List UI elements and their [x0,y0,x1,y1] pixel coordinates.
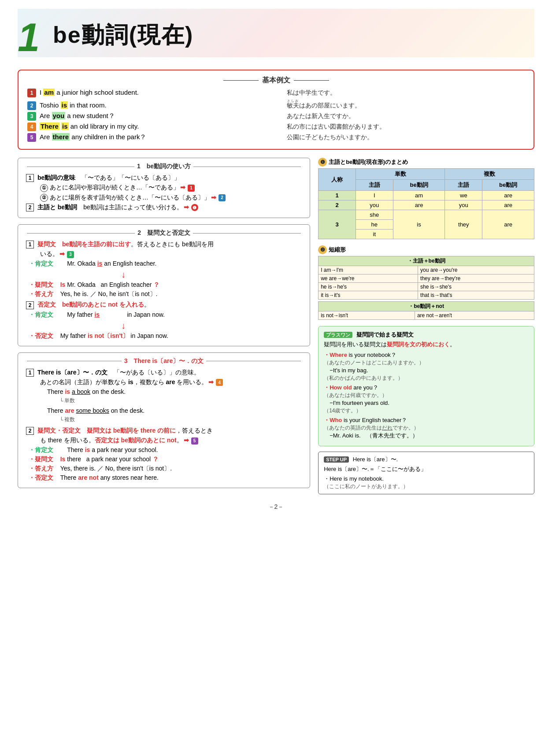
gimon3-line: ・疑問文 Is there a park near your school ？ [24,456,304,463]
s2-item1: 1 疑問文 be動詞を主語の前に出す。答えるときにも be動詞を用 [24,241,304,248]
th-be-s: be動詞 [393,180,445,191]
s2-item1-cont: いる。➡3 [24,250,304,258]
kihon-num-1: 1 [27,89,36,97]
s2-hitei-desc: be動詞のあとに not を入れる [62,301,144,308]
arrow-2: ➡ [211,194,216,201]
plus-q-howold: ・How old are you？ [324,384,529,392]
is-highlight2: is [94,311,100,318]
is-highlight: is [97,260,103,267]
arrow-s3-2: ➡ [184,437,189,444]
kotae-label: ・答え方 [29,290,53,297]
books-underline: some books [76,407,109,414]
be-2s: are [393,200,445,210]
section3-title: 3 There is〔are〕〜．の文 [24,357,304,365]
table1-title-text: 主語とbe動詞(現在形)のまとめ [329,158,408,166]
arrow-s3-1: ➡ [208,378,214,385]
highlight-am: am [43,89,55,96]
short-cell-4a: it is→it's [319,291,418,300]
kotei-line: ・肯定文 Mr. Okada is an English teacher. [24,260,304,268]
plus-one-box: プラスワン 疑問詞で始まる疑問文 疑問詞を用いる疑問文は疑問詞を文の初めにおく。… [318,326,534,446]
highlight-there2: there [52,133,70,141]
section1-title: 1 be動詞の使い方 [24,163,304,170]
s2-item2: 2 否定文 be動詞のあとに not を入れる。 [24,301,304,309]
subj-3p: they [445,210,482,239]
arrow-3: ➡ [184,204,189,211]
plus-desc-highlight: 疑問詞を文の初めにおく [387,341,450,348]
plus-q-who-jp: （あなたの英語の先生はだれですか。） [324,424,529,432]
left-column: 1 be動詞の使い方 1 be動詞の意味 「〜である」「〜にいる〔ある〕」 ①あ… [18,158,310,494]
short-form-table: ・主語＋be動詞 I am→I'm you are→you're we are→… [318,256,534,300]
plus-a-who: −Mr. Aoki is. （青木先生です。） [324,432,529,440]
sq-2: 2 [26,204,34,211]
hitei3-line: ・否定文 There are not any stores near here. [24,474,304,482]
plus-a-where: −It's in my bag. [324,367,529,374]
plus-item-howold: ・How old are you？ （あなたは何歳ですか。） −I'm four… [324,384,529,415]
ref-4: 4 [216,379,223,386]
qmark1: ？ [153,281,159,288]
plus-q-howold-jp: （あなたは何歳ですか。） [324,392,529,399]
are-not3: are not [78,474,99,481]
subj-he: he [356,220,393,230]
be-2p: are [482,200,534,210]
plus-one-desc: 疑問詞を用いる疑問文は疑問詞を文の初めにおく。 [324,341,529,348]
circle-2: ② [40,194,48,202]
section2-box: 2 疑問文と否定文 1 疑問文 be動詞を主語の前に出す。答えるときにも be動… [18,224,310,346]
ref-1: 1 [188,185,195,192]
circle-filled-2: ❷ [318,245,327,254]
short-not-row: is not→isn't are not→aren't [319,311,534,320]
s3-ex2: There are some books on the desk. [24,407,304,414]
s3-desc2: 疑問文は be動詞を there の前に [87,427,176,434]
kotei3-line: ・肯定文 There is a park near your school. [24,446,304,454]
person-3: 3 [319,210,356,239]
arrow-plural: └ [59,417,63,423]
subj-2p: you [445,200,482,210]
be-3s: is [393,210,445,239]
step-up-header: STEP UP Here is〔are〕〜. [324,456,529,463]
s3-item2-cont: も there を用いる。否定文は be動詞のあとに not。➡5 [24,437,304,445]
chapter-header: 1 be動詞(現在) [18,9,534,62]
howold-word: ・How old [324,384,352,391]
step-up-example-jp: （ここに私のノートがあります。） [324,483,529,490]
chapter-number: 1 [18,18,40,57]
kihon-en-4: There is an old library in my city. [40,122,278,130]
table-row-2: 2 you are you are [319,200,534,210]
kihon-jp-2: 敏夫としおはあの部屋にいます。 [278,99,525,110]
hitei2-label: ・否定文 [29,332,53,339]
fukusuu-label: 複数 [64,416,75,423]
kihon-row-3: 3 Are you a new student？ あなたは新入生ですか。 [27,112,525,121]
be-3p: are [482,210,534,239]
kotae3-line: ・答え方 Yes, there is. ／ No, there isn't〔is… [24,465,304,473]
down-arrow-1: ↓ [24,269,304,280]
sq-s3-2: 2 [26,427,34,435]
kotae3-label: ・答え方 [29,465,53,472]
kihon-num-3: 3 [27,112,36,121]
subj-she: she [356,210,393,220]
circle-filled-1: ❶ [318,158,327,167]
arrow-single: └ [59,398,63,404]
sq-s2-1: 1 [26,241,34,248]
kihon-num-2: 2 [27,101,36,110]
short-row-3: he is→he's she is→she's [319,283,534,291]
highlight-is2: is [61,122,69,130]
kihon-title: 基本例文 [27,76,525,85]
kihon-jp-1: 私は中学生です。 [278,89,525,97]
table1-title: ❶ 主語とbe動詞(現在形)のまとめ [318,158,534,167]
th-be-p: be動詞 [482,180,534,191]
arrow-s2-1: ➡ [59,250,65,257]
gimon3-label: ・疑問文 [29,456,53,463]
kotei2-label: ・肯定文 [29,311,53,318]
short-row-2: we are→we're they are→they're [319,274,534,283]
section2-title: 2 疑問文と否定文 [24,229,304,237]
person-2: 2 [319,200,356,210]
s3-item2: 2 疑問文・否定文 疑問文は be動詞を there の前に，答えるとき [24,427,304,435]
plus-one-title: プラスワン 疑問詞で始まる疑問文 [324,331,529,339]
ref-5: 5 [191,437,198,445]
subj-it: it [356,230,393,239]
th-main-short: ・主語＋be動詞 [319,256,534,266]
item2: 2 主語と be動詞 be動詞は主語によって使い分ける。➡❶ [24,204,304,211]
short-cell-1b: you are→you're [418,266,534,274]
short-cell-4b: that is→that's [418,291,534,300]
circle-1: ① [40,184,48,192]
where-word: ・Where [324,352,347,358]
short-row-4: it is→it's that is→that's [319,291,534,300]
